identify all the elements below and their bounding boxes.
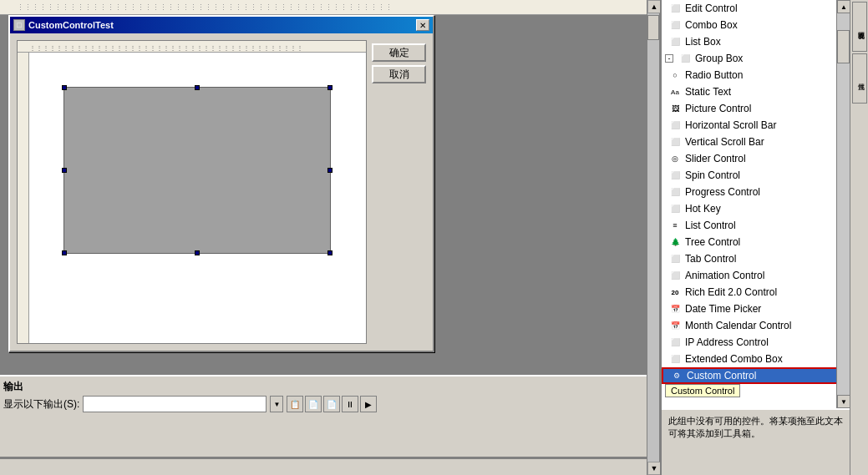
progress-label: Progress Control <box>685 186 760 198</box>
list-item-list-box[interactable]: ⬜ List Box <box>662 33 850 50</box>
list-item-radio-button[interactable]: ○ Radio Button <box>662 67 850 83</box>
list-item-slider-control[interactable]: ◎ Slider Control <box>662 150 850 167</box>
handle-bm[interactable] <box>195 250 200 255</box>
handle-ml[interactable] <box>62 168 67 173</box>
info-text: 此组中没有可用的控件。将某项拖至此文本可将其添加到工具箱。 <box>668 416 843 438</box>
ok-button[interactable]: 确定 <box>372 43 426 62</box>
tb-icon-2[interactable]: 📄 <box>305 396 322 412</box>
dialog-title-icon: □ <box>13 19 25 31</box>
list-scroll-up[interactable]: ▲ <box>837 0 850 13</box>
custom-control-label: Custom Control <box>687 370 756 382</box>
list-scroll-track <box>837 13 850 395</box>
list-item-horizontal-scroll-bar[interactable]: ⬜ Horizontal Scroll Bar <box>662 117 850 134</box>
list-item-progress-control[interactable]: ⬜ Progress Control <box>662 184 850 200</box>
vscroll-icon: ⬜ <box>668 136 682 148</box>
handle-tl[interactable] <box>62 85 67 90</box>
cancel-button[interactable]: 取消 <box>372 65 426 83</box>
bottom-strip <box>0 458 647 475</box>
output-dropdown-arrow[interactable]: ▼ <box>270 396 283 412</box>
edit-control-label: Edit Control <box>685 3 738 14</box>
output-row: 显示以下输出(S): ▼ 📋 📄 📄 ⏸ ▶ <box>3 396 643 412</box>
output-dropdown[interactable] <box>83 396 266 412</box>
edit-control-icon: ⬜ <box>668 3 682 14</box>
dialog-buttons: 确定 取消 <box>372 40 426 344</box>
list-item-picture-control[interactable]: 🖼 Picture Control <box>662 100 850 117</box>
date-time-icon: 📅 <box>668 303 682 315</box>
combo-box-label: Combo Box <box>685 19 738 31</box>
right-section: ▲ ▼ ⬜ Edit Control ⬜ Combo Box ⬜ List Bo… <box>647 0 868 475</box>
month-cal-icon: 📅 <box>668 320 682 331</box>
slider-label: Slider Control <box>685 153 746 164</box>
scroll-track-main <box>647 13 659 462</box>
main-area: ⋮⋮⋮⋮⋮⋮⋮⋮⋮⋮⋮⋮⋮⋮⋮⋮⋮⋮⋮⋮⋮⋮⋮⋮⋮⋮⋮⋮⋮⋮⋮⋮⋮⋮⋮⋮⋮⋮⋮⋮… <box>0 0 647 475</box>
info-panel: 此组中没有可用的控件。将某项拖至此文本可将其添加到工具箱。 <box>662 408 850 475</box>
handle-bl[interactable] <box>62 250 67 255</box>
dialog-close-button[interactable]: ✕ <box>416 19 429 31</box>
picture-control-label: Picture Control <box>685 103 751 114</box>
scroll-up-btn[interactable]: ▲ <box>647 0 661 13</box>
list-item-spin-control[interactable]: ⬜ Spin Control <box>662 167 850 184</box>
dialog-title: □ CustomControlTest <box>13 19 114 31</box>
tree-control-icon: 🌲 <box>668 236 682 248</box>
list-item-group-box[interactable]: - ⬜ Group Box <box>662 50 850 67</box>
list-item-date-time[interactable]: 📅 Date Time Picker <box>662 301 850 317</box>
spin-icon: ⬜ <box>668 169 682 181</box>
list-scroll-thumb[interactable] <box>837 30 850 63</box>
vscroll-label: Vertical Scroll Bar <box>685 136 764 148</box>
selected-item-container: ⚙ Custom Control <box>662 367 850 384</box>
list-item-month-calendar[interactable]: 📅 Month Calendar Control <box>662 317 850 334</box>
list-item-ip-address[interactable]: ⬜ IP Address Control <box>662 334 850 351</box>
static-text-icon: Aa <box>668 86 682 98</box>
dialog-container: □ CustomControlTest ✕ ⋮⋮⋮⋮⋮⋮⋮⋮⋮⋮⋮⋮⋮⋮⋮⋮⋮⋮… <box>0 15 647 375</box>
list-item-rich-edit[interactable]: 20 Rich Edit 2.0 Control <box>662 284 850 301</box>
handle-mr[interactable] <box>327 168 332 173</box>
right-sidebar: 资源视图 属性 <box>850 0 868 475</box>
tb-icon-1[interactable]: 📋 <box>287 396 303 412</box>
list-item-tab-control[interactable]: ⬜ Tab Control <box>662 250 850 267</box>
ext-combo-label: Extended Combo Box <box>685 353 783 365</box>
progress-icon: ⬜ <box>668 186 682 198</box>
month-cal-label: Month Calendar Control <box>685 320 791 331</box>
radio-button-label: Radio Button <box>685 69 743 81</box>
handle-br[interactable] <box>327 250 332 255</box>
scroll-thumb-main[interactable] <box>647 15 659 40</box>
tb-icon-5[interactable]: ▶ <box>360 396 377 412</box>
ip-label: IP Address Control <box>685 336 769 348</box>
sidebar-icon-2[interactable]: 属性 <box>852 53 867 104</box>
top-ruler: ⋮⋮⋮⋮⋮⋮⋮⋮⋮⋮⋮⋮⋮⋮⋮⋮⋮⋮⋮⋮⋮⋮⋮⋮⋮⋮⋮⋮⋮⋮⋮⋮⋮⋮⋮⋮⋮⋮⋮⋮… <box>0 0 647 15</box>
list-item-hot-key[interactable]: ⬜ Hot Key <box>662 200 850 217</box>
ext-combo-icon: ⬜ <box>668 353 682 365</box>
handle-tm[interactable] <box>195 85 200 90</box>
picture-control-icon: 🖼 <box>668 103 682 114</box>
animation-label: Animation Control <box>685 270 764 281</box>
sidebar-icon-1[interactable]: 资源视图 <box>852 2 867 52</box>
list-item-custom-control[interactable]: ⚙ Custom Control <box>662 367 850 384</box>
combo-box-icon: ⬜ <box>668 19 682 31</box>
handle-tr[interactable] <box>327 85 332 90</box>
dialog-window: □ CustomControlTest ✕ ⋮⋮⋮⋮⋮⋮⋮⋮⋮⋮⋮⋮⋮⋮⋮⋮⋮⋮… <box>8 15 434 352</box>
list-item-combo-box[interactable]: ⬜ Combo Box <box>662 17 850 33</box>
list-item-vertical-scroll-bar[interactable]: ⬜ Vertical Scroll Bar <box>662 134 850 150</box>
output-panel: 输出 显示以下输出(S): ▼ 📋 📄 📄 ⏸ ▶ <box>0 375 647 458</box>
hscroll-label: Horizontal Scroll Bar <box>685 119 776 131</box>
scroll-down-btn[interactable]: ▼ <box>647 462 661 475</box>
list-item-edit-control[interactable]: ⬜ Edit Control <box>662 0 850 17</box>
tb-icon-4[interactable]: ⏸ <box>342 396 358 412</box>
list-item-animation-control[interactable]: ⬜ Animation Control <box>662 267 850 284</box>
tb-icon-3[interactable]: 📄 <box>323 396 340 412</box>
rich-edit-label: Rich Edit 2.0 Control <box>685 286 777 298</box>
hot-key-label: Hot Key <box>685 203 721 215</box>
list-scroll-down[interactable]: ▼ <box>837 395 850 408</box>
list-item-static-text[interactable]: Aa Static Text <box>662 83 850 100</box>
list-item-list-control[interactable]: ≡ List Control <box>662 217 850 234</box>
custom-control-icon: ⚙ <box>670 370 683 382</box>
hot-key-icon: ⬜ <box>668 203 682 215</box>
list-item-tree-control[interactable]: 🌲 Tree Control <box>662 234 850 250</box>
hscroll-icon: ⬜ <box>668 119 682 131</box>
canvas-ruler-left <box>18 53 29 343</box>
group-box-expand[interactable]: - <box>665 54 673 63</box>
list-control-icon: ≡ <box>668 220 682 231</box>
slider-icon: ◎ <box>668 153 682 164</box>
list-item-extended-combo[interactable]: ⬜ Extended Combo Box <box>662 351 850 367</box>
list-box-label: List Box <box>685 36 721 48</box>
